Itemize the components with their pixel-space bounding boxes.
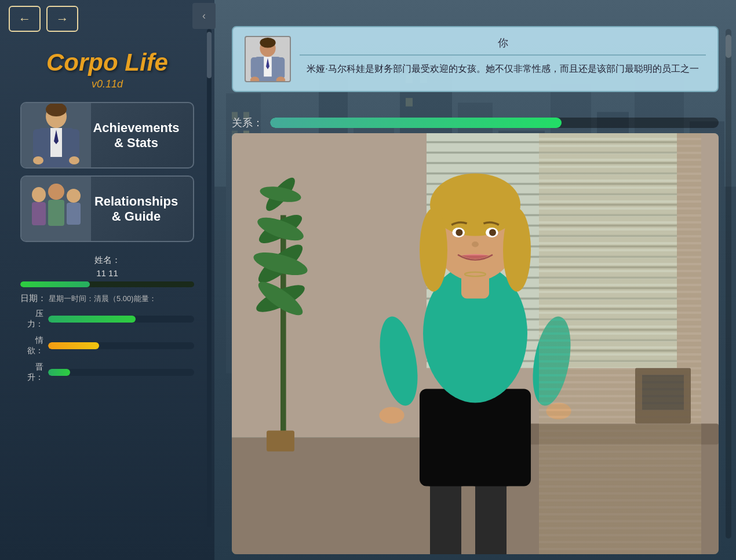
player-avatar [245,36,291,82]
dialogue-content: 你 米娅·马尔科娃是财务部门最受欢迎的女孩。她不仅非常性感，而且还是该部门最聪明… [300,36,706,82]
window-blinds [539,133,701,554]
svg-rect-40 [277,57,285,79]
promotion-fill [48,369,70,376]
dialogue-text: 米娅·马尔科娃是财务部门最受欢迎的女孩。她不仅非常性感，而且还是该部门最聪明的员… [300,61,706,76]
name-label: 姓名： [94,255,121,265]
top-nav: ← → [0,6,78,32]
libido-track [48,342,194,349]
promotion-row: 晋升： [20,362,194,383]
svg-rect-14 [67,203,81,225]
relationship-bar-fill [270,118,562,128]
svg-rect-70 [280,215,286,438]
pressure-row: 压力： [20,309,194,330]
achievements-stats-button[interactable]: Achievements & Stats [20,102,194,169]
relationship-bar-track [270,118,719,128]
relationships-button-label: Relationships & Guide [91,194,181,224]
svg-rect-87 [420,389,531,486]
achievements-button-label: Achievements & Stats [91,120,181,151]
dialogue-box: 你 米娅·马尔科娃是财务部门最受欢迎的女孩。她不仅非常性感，而且还是该部门最聪明… [232,26,719,92]
energy-bar-fill [20,281,90,287]
dialogue-divider [300,54,706,56]
energy-bar-track [20,281,194,287]
svg-rect-79 [267,431,294,452]
stats-area: 姓名： 11 11 日期： 星期一时间：清晨（5.00)能量： [20,255,194,309]
forward-button[interactable]: → [46,6,78,32]
collapse-button[interactable]: ‹ [192,3,216,29]
svg-point-91 [379,407,404,424]
game-title: Corpo Life [46,49,168,76]
energy-bar-container [20,281,194,287]
character-name-row: 姓名： [20,255,194,266]
female-character-scene [232,133,719,554]
back-icon: ← [19,12,31,27]
svg-point-101 [489,229,496,236]
game-version: v0.11d [92,78,123,90]
relationships-guide-button[interactable]: Relationships & Guide [20,175,194,242]
svg-point-11 [48,184,64,200]
forward-icon: → [56,12,69,27]
sidebar-scrollbar[interactable] [207,29,212,527]
svg-point-7 [33,156,43,164]
svg-rect-39 [251,57,259,79]
group-icon [24,177,88,241]
character-name-value: 11 11 [20,268,194,278]
svg-point-35 [260,38,275,48]
svg-rect-84 [475,480,507,555]
dialogue-speaker: 你 [300,36,706,50]
main-scroll-thumb[interactable] [726,35,731,58]
date-value: 星期一时间：清晨（5.00)能量： [49,294,156,304]
svg-rect-12 [48,200,64,226]
player-avatar-icon [247,37,289,81]
name-value: 11 11 [96,268,118,278]
pressure-track [48,316,194,323]
character-image [232,133,719,554]
sidebar-scroll-thumb[interactable] [207,32,212,78]
svg-rect-6 [69,129,79,158]
stat-bars: 压力： 情欲： 晋升： [20,309,194,389]
libido-fill [48,342,99,349]
back-button[interactable]: ← [9,6,41,32]
libido-label: 情欲： [20,335,43,356]
svg-point-9 [32,187,46,202]
svg-point-100 [456,229,462,236]
svg-point-102 [472,241,479,247]
pressure-fill [48,316,136,323]
main-content: 你 米娅·马尔科娃是财务部门最受欢迎的女孩。她不仅非常性感，而且还是该部门最聪明… [214,0,736,560]
pressure-label: 压力： [20,309,43,330]
date-row: 日期： 星期一时间：清晨（5.00)能量： [20,293,194,304]
date-label: 日期： [20,293,46,304]
svg-rect-5 [33,129,43,158]
collapse-icon: ‹ [202,10,206,22]
svg-point-97 [503,208,531,292]
achievements-button-image [21,103,91,167]
svg-point-13 [67,189,81,203]
libido-row: 情欲： [20,335,194,356]
svg-point-96 [420,208,447,292]
svg-point-8 [69,156,79,164]
relationships-button-image [21,177,91,241]
svg-rect-33 [406,98,413,107]
promotion-track [48,369,194,376]
main-scrollbar[interactable] [726,29,731,539]
relationship-label: 关系： [232,116,263,130]
sidebar: ← → ‹ Corpo Life v0.11d [0,0,214,560]
svg-rect-83 [430,480,461,555]
svg-rect-10 [32,202,46,225]
relationship-bar-area: 关系： [232,116,719,130]
man-suit-icon [27,104,85,167]
promotion-label: 晋升： [20,362,43,383]
